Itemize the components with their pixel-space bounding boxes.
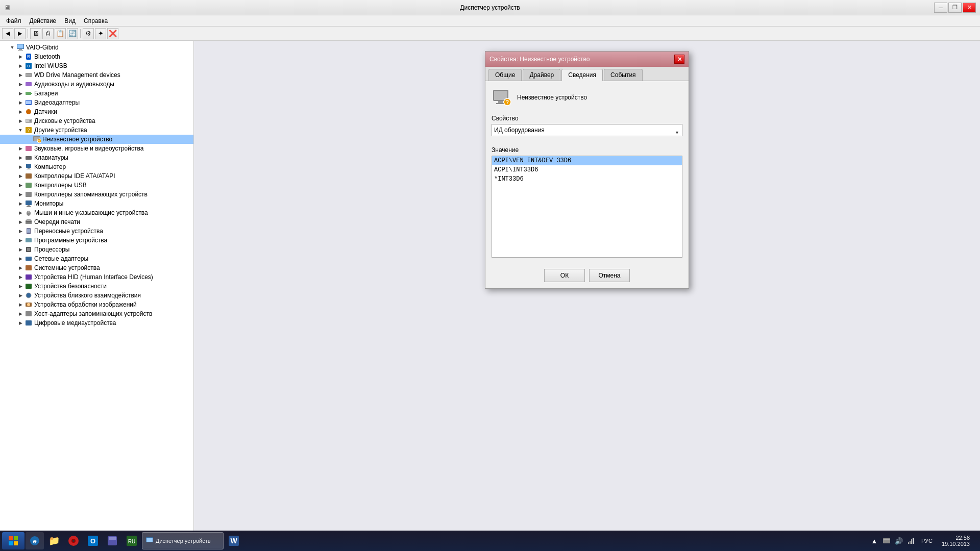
toolbar-back[interactable]: ◀ [2, 28, 13, 39]
tree-sound-label: Звуковые, игровые и видеоустройства [34, 145, 143, 152]
tree-usb[interactable]: ▶ Контроллеры USB [0, 181, 193, 190]
tree-expand-intel[interactable]: ▶ [16, 62, 24, 70]
tree-intel-wiusb[interactable]: ▶ U Intel WiUSB [0, 61, 193, 70]
close-button[interactable]: ✕ [963, 3, 976, 13]
taskbar-device-mgr-label: Диспетчер устройств [156, 538, 211, 544]
clock-date: 19.10.2013 [942, 541, 970, 547]
imaging-icon [24, 300, 33, 309]
restore-button[interactable]: ❐ [948, 3, 962, 13]
tray-keyboard-icon[interactable] [881, 532, 892, 549]
tree-hid[interactable]: ▶ Устройства HID (Human Interface Device… [0, 272, 193, 282]
tree-expand-wd[interactable]: ▶ [16, 71, 24, 79]
tree-expand-root[interactable]: ▼ [8, 43, 16, 52]
tree-bluetooth[interactable]: ▶ B Bluetooth [0, 52, 193, 61]
cancel-button[interactable]: Отмена [589, 269, 630, 282]
toolbar-btn5[interactable]: ⚙ [83, 28, 94, 39]
tree-processors-label: Процессоры [34, 246, 70, 253]
ok-button[interactable]: ОК [544, 269, 585, 282]
tab-details[interactable]: Сведения [561, 69, 603, 81]
tree-security[interactable]: ▶ Устройства безопасности [0, 282, 193, 291]
tree-portable[interactable]: ▶ Переносные устройства [0, 227, 193, 236]
tree-video[interactable]: ▶ Видеоадаптеры [0, 98, 193, 107]
menu-help[interactable]: Справка [80, 16, 112, 26]
minimize-button[interactable]: ─ [934, 3, 947, 13]
svg-rect-30 [26, 173, 32, 179]
language-indicator[interactable]: РУС [918, 538, 936, 544]
print-icon [24, 218, 33, 226]
tree-battery[interactable]: ▶ Батареи [0, 89, 193, 98]
toolbar-btn6[interactable]: ✦ [95, 28, 106, 39]
device-tree[interactable]: ▼ VAIO-Gibrid ▶ B Bluet [0, 41, 194, 531]
toolbar-btn1[interactable]: 🖥 [30, 28, 41, 39]
tab-general[interactable]: Общие [488, 69, 522, 81]
tree-storage[interactable]: ▶ Контроллеры запоминающих устройств [0, 190, 193, 199]
tree-audio-label: Аудиовходы и аудиовыходы [34, 81, 114, 88]
taskbar-calc[interactable] [103, 532, 121, 549]
toolbar-forward[interactable]: ▶ [14, 28, 26, 39]
svg-rect-25 [26, 146, 32, 151]
value-item-1[interactable]: ACPI\VEN_INT&DEV_33D6 [492, 156, 682, 165]
svg-rect-34 [28, 205, 30, 206]
start-button[interactable] [2, 532, 24, 549]
tree-sound[interactable]: ▶ Звуковые, игровые и видеоустройства [0, 144, 193, 153]
taskbar-media[interactable] [64, 532, 83, 549]
tree-monitors[interactable]: ▶ Мониторы [0, 199, 193, 208]
tree-disk[interactable]: ▶ Дисковые устройства [0, 116, 193, 126]
menu-action[interactable]: Действие [26, 16, 61, 26]
tab-driver[interactable]: Драйвер [523, 69, 560, 81]
tree-keyboard[interactable]: ▶ Клавиатуры [0, 153, 193, 162]
tree-expand-audio[interactable]: ▶ [16, 80, 24, 88]
tree-print-label: Очереди печати [34, 218, 80, 226]
tree-host-adapter[interactable]: ▶ Хост-адаптеры запоминающих устройств [0, 309, 193, 318]
tree-ide[interactable]: ▶ Контроллеры IDE ATA/ATAPI [0, 171, 193, 181]
properties-dialog: Свойства: Неизвестное устройство ✕ Общие… [485, 51, 689, 289]
tree-print[interactable]: ▶ Очереди печати [0, 217, 193, 227]
security-icon [24, 282, 33, 290]
value-item-3[interactable]: *INT33D6 [492, 174, 682, 184]
tree-imaging[interactable]: ▶ Устройства обработки изображений [0, 300, 193, 309]
tree-sensors[interactable]: ▶ Датчики [0, 107, 193, 116]
tree-system[interactable]: ▶ Системные устройства [0, 263, 193, 272]
taskbar-word[interactable]: W [225, 532, 243, 549]
taskbar-device-mgr[interactable]: Диспетчер устройств [142, 532, 224, 549]
portable-icon [24, 227, 33, 235]
svg-rect-35 [27, 206, 31, 207]
property-select[interactable]: ИД оборудования Совместимые ИД Класс уст… [492, 124, 682, 136]
tree-mice[interactable]: ▶ Мыши и иные указывающие устройства [0, 208, 193, 217]
menu-file[interactable]: Файл [2, 16, 26, 26]
tree-proximity[interactable]: ▶ Устройства близкого взаимодействия [0, 291, 193, 300]
tree-media[interactable]: ▶ Цифровые медиаустройства [0, 318, 193, 328]
taskbar-lang-bar[interactable]: RU [122, 532, 141, 549]
tree-computer[interactable]: ▶ Компьютер [0, 162, 193, 171]
tree-root[interactable]: ▼ VAIO-Gibrid [0, 43, 193, 52]
taskbar-explorer[interactable]: 📁 [45, 532, 63, 549]
svg-rect-62 [14, 536, 18, 540]
toolbar-btn2[interactable]: ⎙ [42, 28, 54, 39]
tray-arrow[interactable]: ▲ [869, 532, 879, 549]
toolbar-btn4[interactable]: 🔄 [67, 28, 78, 39]
taskbar-ie[interactable]: e [26, 532, 44, 549]
taskbar-outlook[interactable]: O [84, 532, 102, 549]
sensor-icon [24, 108, 33, 116]
tray-network[interactable] [906, 532, 916, 549]
tab-events[interactable]: События [604, 69, 643, 81]
tree-unknown-device[interactable]: ▶ ? Неизвестное устройство [0, 135, 193, 144]
svg-rect-3 [17, 44, 23, 48]
tray-volume[interactable]: 🔊 [894, 532, 904, 549]
dialog-close-button[interactable]: ✕ [674, 55, 684, 64]
tree-audio[interactable]: ▶ Аудиовходы и аудиовыходы [0, 80, 193, 89]
tree-processors[interactable]: ▶ Процессоры [0, 245, 193, 254]
tree-wd[interactable]: ▶ WD Drive Management devices [0, 70, 193, 80]
tree-software-dev[interactable]: ▶ Программные устройства [0, 236, 193, 245]
svg-rect-61 [9, 536, 13, 540]
tree-expand-bt[interactable]: ▶ [16, 53, 24, 61]
toolbar-btn3[interactable]: 📋 [55, 28, 66, 39]
clock[interactable]: 22:58 19.10.2013 [938, 535, 974, 547]
tree-other[interactable]: ▼ ? Другие устройства [0, 126, 193, 135]
value-item-2[interactable]: ACPI\INT33D6 [492, 165, 682, 174]
window-title: Диспетчер устройств [460, 4, 520, 11]
value-list[interactable]: ACPI\VEN_INT&DEV_33D6 ACPI\INT33D6 *INT3… [492, 156, 682, 258]
menu-view[interactable]: Вид [60, 16, 80, 26]
tree-network[interactable]: ▶ Сетевые адаптеры [0, 254, 193, 263]
toolbar-btn7[interactable]: ❌ [107, 28, 118, 39]
